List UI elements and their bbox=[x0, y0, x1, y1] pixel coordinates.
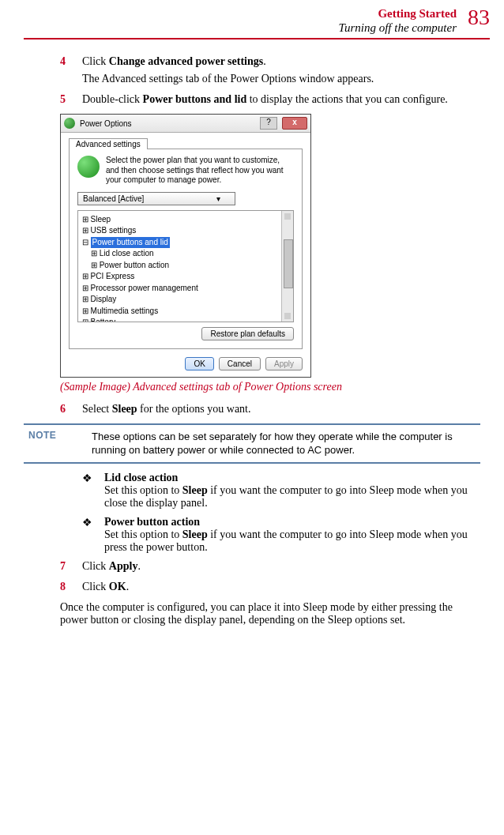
power-icon bbox=[77, 156, 100, 178]
step-text: . bbox=[137, 560, 141, 572]
note-label: NOTE bbox=[28, 430, 73, 441]
diamond-bullet-icon: ❖ bbox=[82, 472, 93, 510]
step-number: 8 bbox=[60, 581, 71, 593]
step-text: Select bbox=[82, 403, 112, 415]
section-title: Getting Started bbox=[338, 6, 457, 21]
settings-tree[interactable]: ⊞ Sleep ⊞ USB settings ⊟ Power buttons a… bbox=[77, 210, 294, 322]
ui-ref: Apply bbox=[109, 560, 138, 572]
image-caption: (Sample Image) Advanced settings tab of … bbox=[60, 381, 480, 393]
tree-item[interactable]: ⊞ Processor power management bbox=[80, 283, 291, 295]
step-text: Click bbox=[82, 581, 109, 592]
note-text: These options can be set separately for … bbox=[92, 430, 480, 457]
step-7: 7 Click Apply. bbox=[60, 560, 480, 573]
plan-selected: Balanced [Active] bbox=[83, 194, 144, 203]
step-text: . bbox=[126, 581, 130, 592]
closing-paragraph: Once the computer is configured, you can… bbox=[60, 601, 480, 626]
ui-ref: Sleep bbox=[182, 484, 208, 496]
step-explanation: The Advanced settings tab of the Power O… bbox=[82, 73, 480, 85]
restore-defaults-button[interactable]: Restore plan defaults bbox=[201, 327, 294, 340]
step-text: Click bbox=[82, 55, 109, 67]
tree-item[interactable]: ⊞ Multimedia settings bbox=[80, 306, 291, 318]
tree-item[interactable]: ⊞ PCI Express bbox=[80, 271, 291, 283]
sample-screenshot: Power Options ? x Advanced settings Sele… bbox=[60, 114, 311, 378]
ui-ref: Sleep bbox=[182, 528, 208, 540]
ok-button[interactable]: OK bbox=[185, 357, 213, 370]
bullet-power-button: ❖ Power button action Set this option to… bbox=[82, 516, 480, 554]
diamond-bullet-icon: ❖ bbox=[82, 516, 93, 554]
section-subtitle: Turning off the computer bbox=[338, 21, 457, 35]
bullet-text: Set this option to bbox=[104, 484, 182, 496]
step-4: 4 Click Change advanced power settings. … bbox=[60, 55, 480, 85]
window-title: Power Options bbox=[80, 119, 255, 128]
tree-subitem[interactable]: ⊞ Lid close action bbox=[80, 248, 291, 260]
close-button[interactable]: x bbox=[282, 117, 307, 130]
tree-item-selected[interactable]: ⊟ Power buttons and lid bbox=[80, 237, 291, 249]
header-rule bbox=[24, 38, 490, 39]
ui-ref: Power buttons and lid bbox=[143, 93, 247, 105]
ui-ref: OK bbox=[109, 581, 126, 592]
intro-text: Select the power plan that you want to c… bbox=[106, 156, 294, 186]
page-number: 83 bbox=[468, 6, 490, 28]
step-text: Click bbox=[82, 560, 109, 572]
step-text: . bbox=[263, 55, 266, 67]
page-header: Getting Started Turning off the computer… bbox=[24, 6, 490, 39]
bullet-text: Set this option to bbox=[104, 528, 182, 540]
step-number: 4 bbox=[60, 55, 71, 68]
tree-item[interactable]: ⊞ Battery bbox=[80, 317, 291, 322]
tab-panel: Select the power plan that you want to c… bbox=[69, 149, 303, 349]
step-text: Double-click bbox=[82, 93, 143, 105]
help-button[interactable]: ? bbox=[260, 117, 277, 130]
step-number: 7 bbox=[60, 560, 71, 573]
chevron-down-icon: ▾ bbox=[216, 194, 220, 203]
step-6: 6 Select Sleep for the options you want. bbox=[60, 403, 480, 416]
note-callout: NOTE These options can be set separately… bbox=[24, 423, 480, 464]
tree-item[interactable]: ⊞ Sleep bbox=[80, 214, 291, 226]
step-number: 5 bbox=[60, 93, 71, 106]
scrollbar[interactable] bbox=[281, 211, 293, 322]
bullet-lid-close: ❖ Lid close action Set this option to Sl… bbox=[82, 472, 480, 510]
apply-button[interactable]: Apply bbox=[265, 357, 303, 370]
ui-ref: Sleep bbox=[112, 403, 137, 415]
window-titlebar: Power Options ? x bbox=[61, 115, 310, 133]
tree-subitem[interactable]: ⊞ Power button action bbox=[80, 260, 291, 272]
step-8: 8 Click OK. bbox=[60, 581, 480, 593]
ui-ref: Change advanced power settings bbox=[109, 55, 263, 67]
app-icon bbox=[64, 118, 75, 129]
step-text: to display the actions that you can conf… bbox=[246, 93, 448, 105]
tree-item[interactable]: ⊞ USB settings bbox=[80, 225, 291, 237]
tab-advanced-settings[interactable]: Advanced settings bbox=[69, 138, 148, 149]
step-text: for the options you want. bbox=[137, 403, 251, 415]
step-number: 6 bbox=[60, 403, 71, 416]
tree-item[interactable]: ⊞ Display bbox=[80, 294, 291, 306]
bullet-title: Lid close action bbox=[104, 472, 178, 483]
step-5: 5 Double-click Power buttons and lid to … bbox=[60, 93, 480, 106]
plan-dropdown[interactable]: Balanced [Active] ▾ bbox=[77, 192, 235, 205]
cancel-button[interactable]: Cancel bbox=[219, 357, 261, 370]
bullet-title: Power button action bbox=[104, 516, 200, 528]
